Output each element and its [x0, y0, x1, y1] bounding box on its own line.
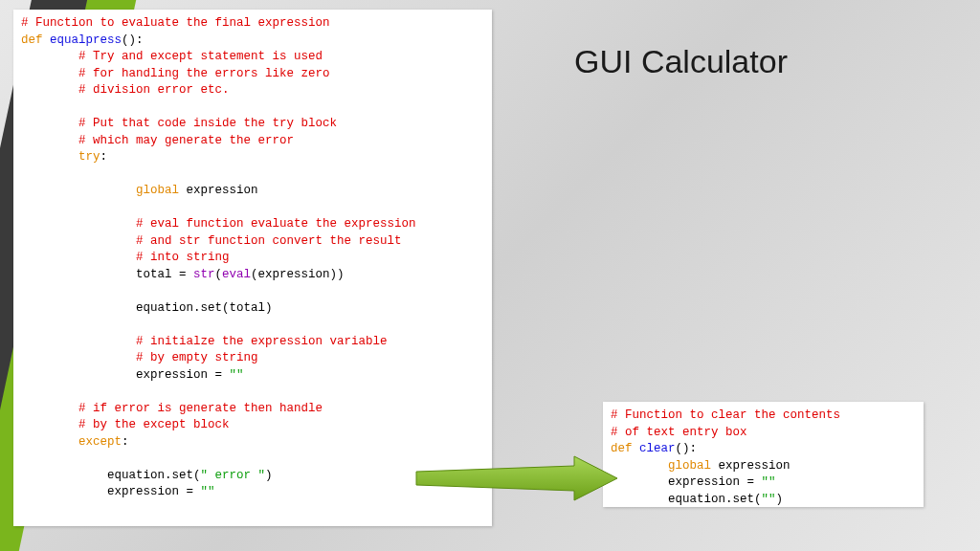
code-stmt: equation.set(	[107, 469, 201, 482]
code-stmt: expression =	[136, 368, 230, 382]
code-stmt: equation.set(total)	[136, 301, 273, 315]
code-func-name: equalpress	[50, 33, 122, 47]
code-comment: # by the except block	[78, 418, 230, 431]
arrow-icon	[412, 454, 622, 502]
code-comment: # into string	[136, 251, 230, 264]
code-comment: # of text entry box	[611, 426, 747, 439]
code-stmt: expression =	[668, 475, 762, 489]
code-comment: # eval function evaluate the expression	[136, 217, 416, 231]
code-paren: )	[776, 493, 784, 506]
code-comment: # Function to evaluate the final express…	[21, 16, 330, 30]
code-string: ""	[762, 475, 776, 489]
code-var: expression	[719, 459, 791, 473]
code-block-clear: # Function to clear the contents # of te…	[603, 402, 924, 507]
code-stmt: total =	[136, 268, 193, 281]
code-comment: # for handling the errors like zero	[78, 67, 330, 80]
code-comment: # and str function convert the result	[136, 234, 402, 248]
code-keyword-try: try	[78, 150, 100, 164]
code-comment: # Try and except statement is used	[78, 50, 323, 63]
code-string: " error "	[201, 469, 266, 482]
code-stmt: (expression))	[251, 268, 345, 281]
code-keyword-global: global	[136, 184, 179, 197]
code-keyword-def: def	[21, 33, 43, 47]
code-comment: # Put that code inside the try block	[78, 117, 337, 130]
code-comment: # if error is generate then handle	[78, 402, 323, 415]
code-comment: # by empty string	[136, 351, 258, 364]
code-block-equalpress: # Function to evaluate the final express…	[13, 10, 492, 526]
svg-marker-0	[416, 456, 617, 500]
code-comment: # initialze the expression variable	[136, 335, 388, 348]
code-keyword-def: def	[611, 442, 633, 455]
code-stmt: expression =	[107, 485, 201, 498]
code-comment: # division error etc.	[78, 83, 230, 97]
code-string: ""	[762, 493, 776, 506]
code-builtin-str: str	[193, 268, 215, 281]
code-keyword-except: except	[78, 435, 122, 449]
code-var: expression	[187, 184, 258, 197]
code-string: ""	[230, 368, 244, 382]
slide-title: GUI Calculator	[574, 43, 788, 80]
code-builtin-eval: eval	[222, 268, 251, 281]
code-keyword-global: global	[668, 459, 711, 473]
code-stmt: equation.set(	[668, 493, 762, 506]
code-func-name: clear	[639, 442, 676, 455]
code-string: ""	[201, 485, 215, 498]
code-comment: # which may generate the error	[78, 134, 294, 147]
code-comment: # Function to clear the contents	[611, 408, 840, 422]
